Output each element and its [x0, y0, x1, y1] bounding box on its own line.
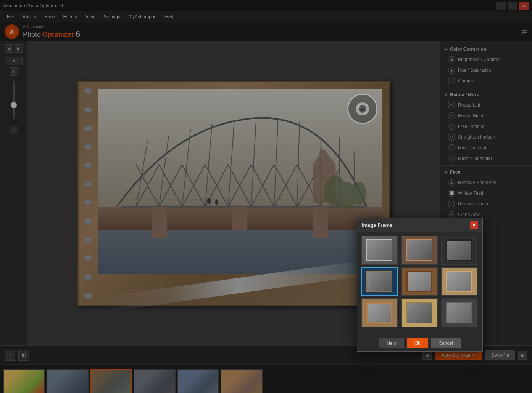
frame-mini-2 — [406, 239, 432, 261]
dialog-footer: Help Ok Cancel — [357, 335, 482, 351]
frame-option-6[interactable] — [441, 267, 477, 296]
dialog-overlay: Image Frame ✕ — [0, 0, 532, 393]
frame-mini-3 — [446, 239, 472, 261]
frame-mini-8 — [406, 302, 432, 323]
frame-preview-6 — [442, 268, 477, 295]
frame-preview-3 — [442, 236, 477, 264]
frame-mini-6 — [446, 271, 472, 292]
frame-option-7[interactable] — [361, 298, 398, 327]
frame-option-9[interactable] — [441, 298, 477, 327]
dialog-help-button[interactable]: Help — [379, 338, 404, 348]
image-frame-dialog: Image Frame ✕ — [357, 218, 483, 352]
frame-preview-8 — [402, 299, 437, 327]
frame-option-8[interactable] — [401, 298, 438, 327]
frame-mini-1 — [366, 239, 392, 261]
frame-option-2[interactable] — [401, 236, 438, 265]
frame-preview-2 — [402, 236, 437, 264]
frame-preview-5 — [402, 268, 437, 295]
frame-mini-4 — [366, 271, 392, 292]
dialog-cancel-button[interactable]: Cancel — [431, 338, 460, 348]
frame-preview-1 — [362, 236, 397, 264]
frame-mini-5 — [406, 271, 432, 292]
frame-preview-7 — [362, 299, 397, 327]
frame-grid — [361, 236, 479, 327]
dialog-ok-button[interactable]: Ok — [407, 338, 428, 348]
frame-mini-7 — [366, 302, 392, 323]
frame-option-3[interactable] — [441, 236, 477, 265]
frame-mini-9 — [446, 302, 472, 323]
dialog-body — [357, 232, 482, 335]
frame-option-1[interactable] — [361, 236, 398, 265]
dialog-title-bar: Image Frame ✕ — [357, 218, 482, 232]
frame-option-5[interactable] — [401, 267, 438, 296]
frame-option-4[interactable] — [361, 267, 398, 296]
frame-preview-9 — [442, 299, 477, 327]
dialog-close-button[interactable]: ✕ — [470, 221, 478, 229]
dialog-title: Image Frame — [362, 222, 392, 228]
frame-preview-4 — [362, 268, 397, 295]
